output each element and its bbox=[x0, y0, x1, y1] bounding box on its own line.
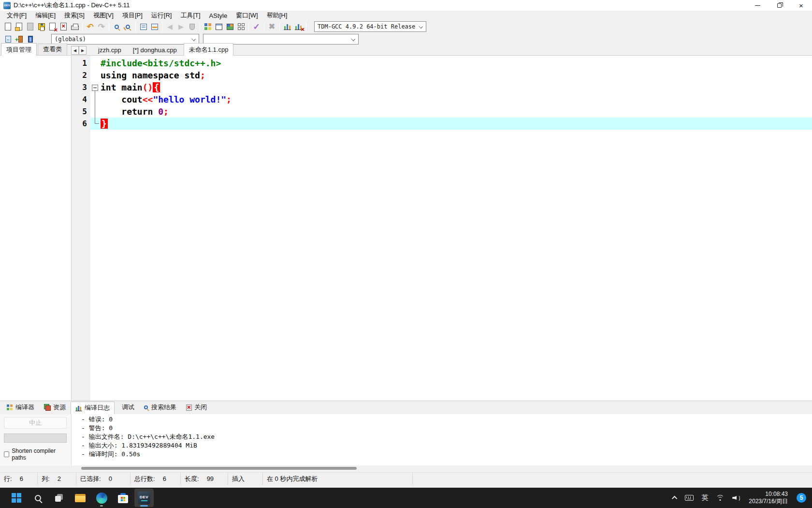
find-button[interactable] bbox=[111, 21, 122, 32]
compiler-select[interactable]: TDM-GCC 4.9.2 64-bit Release bbox=[314, 21, 426, 32]
menu-item[interactable]: 视图[V] bbox=[89, 11, 118, 20]
save-all-button[interactable] bbox=[36, 21, 47, 32]
menu-item[interactable]: 项目[P] bbox=[118, 11, 147, 20]
new-file-button[interactable] bbox=[2, 21, 14, 32]
close-file-button[interactable] bbox=[47, 21, 58, 32]
shorten-paths-checkbox[interactable] bbox=[4, 451, 9, 457]
line-number: 3 bbox=[72, 81, 90, 93]
bottom-tab[interactable]: 编译器 bbox=[2, 401, 39, 414]
devcpp-taskbar-button[interactable]: DEV bbox=[134, 489, 154, 507]
file-explorer-button[interactable] bbox=[71, 489, 90, 507]
rebuild-all-button[interactable] bbox=[235, 21, 246, 32]
devcpp-icon: DEV bbox=[138, 492, 150, 504]
redo-button[interactable]: ↷ bbox=[96, 21, 107, 32]
tab-scroll-left-button[interactable]: ◀ bbox=[71, 46, 79, 55]
bottom-tab[interactable]: 资源 bbox=[39, 401, 71, 414]
code-editor[interactable]: 1#include<bits/stdc++.h>2using namespace… bbox=[72, 56, 812, 401]
volume-icon[interactable] bbox=[732, 494, 741, 501]
save-button[interactable] bbox=[25, 21, 36, 32]
shorten-paths-label: Shorten compiler paths bbox=[12, 448, 67, 461]
print-button[interactable] bbox=[69, 21, 80, 32]
syntax-check-button[interactable]: ✓ bbox=[251, 21, 262, 32]
delete-profile-button[interactable] bbox=[293, 21, 304, 32]
edge-button[interactable] bbox=[92, 489, 111, 507]
compile-run-button[interactable] bbox=[224, 21, 235, 32]
menu-item[interactable]: 搜索[S] bbox=[60, 11, 89, 20]
abort-button[interactable]: 中止 bbox=[4, 417, 67, 429]
left-panel-tab[interactable]: 项目管理 bbox=[1, 43, 37, 56]
log-horizontal-scrollbar[interactable] bbox=[72, 465, 812, 471]
compile-button[interactable] bbox=[202, 21, 213, 32]
goto-line-button[interactable] bbox=[138, 21, 149, 32]
status-panel: 插入 bbox=[228, 473, 263, 485]
close-all-button[interactable] bbox=[58, 21, 69, 32]
scrollbar-thumb[interactable] bbox=[81, 467, 357, 470]
menu-item[interactable]: 编辑[E] bbox=[31, 11, 60, 20]
bottom-tab[interactable]: 编译日志 bbox=[71, 402, 115, 414]
profile-icon bbox=[284, 23, 291, 30]
start-button[interactable] bbox=[7, 489, 26, 507]
compile-log-output: - 错误: 0- 警告: 0- 输出文件名: D:\c++\c++\未命名1.1… bbox=[81, 416, 215, 459]
task-view-button[interactable] bbox=[49, 489, 69, 507]
fold-box-icon[interactable] bbox=[90, 81, 101, 93]
code-line: 3int main(){ bbox=[72, 81, 812, 93]
code-line: 1#include<bits/stdc++.h> bbox=[72, 57, 812, 69]
editor-tab[interactable]: jzzh.cpp bbox=[93, 45, 126, 55]
shorten-paths-option[interactable]: Shorten compiler paths bbox=[4, 448, 67, 461]
code-text: } bbox=[101, 118, 812, 130]
menu-item[interactable]: AStyle bbox=[205, 11, 232, 20]
fold-column bbox=[90, 69, 101, 81]
undo-button[interactable]: ↶ bbox=[85, 21, 96, 32]
code-line: 6} bbox=[72, 118, 812, 130]
bottom-tab[interactable]: 搜索结果 bbox=[139, 401, 181, 414]
taskbar-search-button[interactable] bbox=[28, 489, 47, 507]
stop-execution-button[interactable] bbox=[187, 21, 198, 32]
line-number: 4 bbox=[72, 93, 90, 105]
project-manager-panel[interactable] bbox=[0, 56, 72, 401]
code-line: 4 cout<<"hello world!"; bbox=[72, 93, 812, 105]
menu-item[interactable]: 窗口[W] bbox=[232, 11, 262, 20]
forward-button[interactable]: ▶ bbox=[175, 21, 187, 32]
search-icon bbox=[35, 495, 41, 501]
minimize-button[interactable] bbox=[747, 0, 768, 11]
menu-item[interactable]: 文件[F] bbox=[2, 11, 31, 20]
notification-badge[interactable]: 5 bbox=[797, 493, 806, 503]
compile-progress-bar bbox=[4, 433, 67, 443]
editor-tab[interactable]: [*] donghua.cpp bbox=[128, 45, 182, 55]
open-button[interactable] bbox=[14, 21, 25, 32]
abort-compile-button[interactable]: ✖ bbox=[266, 21, 277, 32]
wifi-icon[interactable] bbox=[716, 495, 725, 501]
microsoft-store-button[interactable] bbox=[113, 489, 132, 507]
globals-select-value: (globals) bbox=[55, 36, 86, 43]
run-button[interactable] bbox=[213, 21, 224, 32]
bottom-tab[interactable]: 调试 bbox=[115, 401, 139, 414]
close-button[interactable]: × bbox=[790, 0, 812, 11]
bottom-tab[interactable]: 关闭 bbox=[181, 401, 212, 414]
fold-line-icon bbox=[90, 93, 101, 105]
chevron-down-icon bbox=[191, 37, 196, 41]
taskbar-clock[interactable]: 10:08:43 2023/7/16/周日 bbox=[749, 491, 788, 505]
replace-icon bbox=[126, 25, 130, 29]
restore-button[interactable] bbox=[768, 0, 790, 11]
status-panel: 长度:99 bbox=[181, 473, 228, 485]
left-panel-tab[interactable]: 查看类 bbox=[38, 44, 67, 55]
touch-keyboard-icon[interactable] bbox=[685, 495, 694, 501]
code-text: #include<bits/stdc++.h> bbox=[101, 57, 812, 69]
profile-button[interactable] bbox=[282, 21, 293, 32]
menu-item[interactable]: 帮助[H] bbox=[262, 11, 292, 20]
replace-button[interactable] bbox=[122, 21, 133, 32]
ime-indicator[interactable]: 英 bbox=[701, 493, 708, 502]
hidden-icons-chevron-icon[interactable] bbox=[672, 496, 677, 501]
tab-scroll-right-button[interactable]: ▶ bbox=[79, 46, 87, 55]
line-number: 6 bbox=[72, 118, 90, 130]
editor-tab[interactable]: 未命名1.1.cpp bbox=[184, 43, 234, 56]
swap-header-source-button[interactable] bbox=[149, 21, 160, 32]
editor-tabs: jzzh.cpp[*] donghua.cpp未命名1.1.cpp bbox=[91, 43, 233, 55]
menu-item[interactable]: 运行[R] bbox=[147, 11, 176, 20]
back-button[interactable]: ◀ bbox=[164, 21, 175, 32]
taskbar: DEV 英 10:08:43 2023/7/16/周日 5 bbox=[0, 488, 812, 508]
menu-item[interactable]: 工具[T] bbox=[176, 11, 204, 20]
layers-icon bbox=[44, 404, 51, 411]
status-panel: 行:6 bbox=[0, 473, 38, 485]
delete-profile-icon bbox=[295, 23, 302, 30]
